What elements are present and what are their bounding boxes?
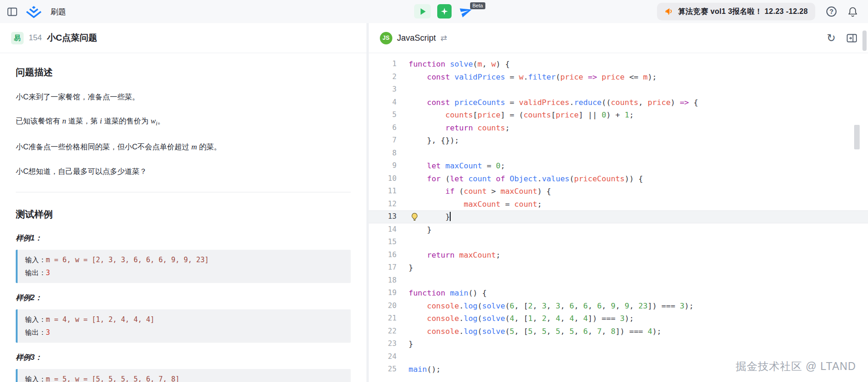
line-number[interactable]: 9: [369, 160, 397, 173]
reset-code-button[interactable]: ↻: [827, 32, 836, 44]
line-number[interactable]: 6: [369, 122, 397, 135]
layout-toggle-button[interactable]: [847, 34, 857, 43]
line-number[interactable]: 22: [369, 325, 397, 338]
code-line[interactable]: 11 if (count > maxCount) {: [369, 185, 868, 198]
code-line[interactable]: 5 counts[price] = (counts[price] || 0) +…: [369, 109, 868, 122]
sidebar-toggle-button[interactable]: [7, 7, 17, 16]
line-number[interactable]: 19: [369, 287, 397, 300]
juejin-logo[interactable]: [25, 6, 43, 18]
code-line-text: }: [409, 338, 868, 351]
sample-output-line: 输出：3: [25, 266, 343, 279]
code-line-text: let maxCount = 0;: [409, 160, 868, 173]
run-button[interactable]: [414, 4, 431, 18]
code-line[interactable]: 22 console.log(solve(5, [5, 5, 5, 5, 6, …: [369, 325, 868, 338]
app: 刷题 Beta 算法竞赛 vol1 3报名啦！ 12.23 -12.28: [0, 0, 868, 382]
code-line-text: console.log(solve(4, [1, 2, 4, 4, 4]) ==…: [409, 312, 868, 325]
code-line[interactable]: 15: [369, 236, 868, 249]
code-line[interactable]: 20 console.log(solve(6, [2, 3, 3, 6, 6, …: [369, 300, 868, 313]
main: 易 154 小C点菜问题 问题描述 小C来到了一家餐馆，准备点一些菜。已知该餐馆…: [0, 23, 868, 382]
line-number[interactable]: 25: [369, 363, 397, 376]
editor-header-actions: ↻: [827, 32, 857, 44]
sample-input-line: 输入：m = 5, w = [5, 5, 5, 5, 6, 7, 8]: [25, 373, 343, 382]
code-line[interactable]: 1function solve(m, w) {: [369, 58, 868, 71]
lightbulb-icon[interactable]: [410, 212, 419, 221]
line-number[interactable]: 15: [369, 236, 397, 249]
help-button[interactable]: ?: [826, 6, 837, 17]
code-line[interactable]: 18: [369, 274, 868, 287]
code-line-text: [409, 236, 868, 249]
line-number[interactable]: 24: [369, 351, 397, 364]
refresh-icon: ↻: [827, 32, 836, 44]
problem-paragraph: 小C准备点一些价格相同的菜，但小C不会点单价超过 m 的菜。: [16, 142, 351, 153]
code-line-text: return counts;: [409, 122, 868, 135]
horn-icon: [664, 7, 674, 16]
code-editor[interactable]: 1function solve(m, w) {2 const validPric…: [369, 53, 868, 382]
code-line[interactable]: 7 }, {});: [369, 134, 868, 147]
topbar-left: 刷题: [7, 6, 66, 18]
sample-box: 输入：m = 6, w = [2, 3, 3, 6, 6, 6, 9, 9, 2…: [16, 250, 351, 283]
code-line-text: [409, 274, 868, 287]
problem-paragraphs: 小C来到了一家餐馆，准备点一些菜。已知该餐馆有 n 道菜，第 i 道菜的售价为 …: [16, 92, 351, 177]
problem-paragraph: 小C来到了一家餐馆，准备点一些菜。: [16, 92, 351, 102]
code-line[interactable]: 23}: [369, 338, 868, 351]
section-divider: [16, 192, 351, 192]
line-number[interactable]: 11: [369, 185, 397, 198]
promo-banner[interactable]: 算法竞赛 vol1 3报名啦！ 12.23 -12.28: [657, 3, 815, 20]
code-line[interactable]: 4 const priceCounts = validPrices.reduce…: [369, 96, 868, 109]
line-number[interactable]: 13: [369, 210, 397, 223]
samples-list: 样例1：输入：m = 6, w = [2, 3, 3, 6, 6, 6, 9, …: [16, 234, 351, 382]
code-line[interactable]: 14 }: [369, 223, 868, 236]
page-scrollbar-thumb[interactable]: [862, 31, 867, 51]
line-number[interactable]: 7: [369, 134, 397, 147]
sample-label: 样例3：: [16, 353, 351, 363]
line-number[interactable]: 4: [369, 96, 397, 109]
language-label: JavaScript: [397, 33, 436, 43]
code-line-text: }, {});: [409, 134, 868, 147]
line-number[interactable]: 17: [369, 261, 397, 274]
sample-label: 样例2：: [16, 293, 351, 303]
javascript-icon: JS: [380, 32, 392, 44]
line-number[interactable]: 10: [369, 173, 397, 185]
brand-label[interactable]: 刷题: [50, 6, 66, 17]
sample-box: 输入：m = 5, w = [5, 5, 5, 5, 6, 7, 8]输出：4: [16, 369, 351, 382]
code-line-text: const validPrices = w.filter(price => pr…: [409, 71, 868, 84]
line-number[interactable]: 12: [369, 198, 397, 211]
topbar-actions: Beta: [414, 4, 474, 18]
code-line[interactable]: 2 const validPrices = w.filter(price => …: [369, 71, 868, 84]
line-number[interactable]: 3: [369, 83, 397, 96]
code-line-text: if (count > maxCount) {: [409, 185, 868, 198]
code-line[interactable]: 8: [369, 147, 868, 160]
samples-heading: 测试样例: [16, 208, 351, 221]
editor-scrollbar-thumb[interactable]: [854, 125, 860, 149]
line-number[interactable]: 2: [369, 71, 397, 84]
code-line[interactable]: 12 maxCount = count;: [369, 198, 868, 211]
line-number[interactable]: 20: [369, 300, 397, 313]
line-number[interactable]: 14: [369, 223, 397, 236]
code-line[interactable]: 13 }: [369, 210, 868, 223]
code-line[interactable]: 9 let maxCount = 0;: [369, 160, 868, 173]
line-number[interactable]: 5: [369, 109, 397, 122]
code-line[interactable]: 21 console.log(solve(4, [1, 2, 4, 4, 4])…: [369, 312, 868, 325]
code-line[interactable]: 6 return counts;: [369, 122, 868, 135]
notifications-button[interactable]: [848, 6, 858, 17]
sample-input-line: 输入：m = 4, w = [1, 2, 4, 4, 4]: [25, 313, 343, 326]
line-number[interactable]: 1: [369, 58, 397, 71]
line-number[interactable]: 8: [369, 147, 397, 160]
code-line[interactable]: 19function main() {: [369, 287, 868, 300]
code-line-text: function solve(m, w) {: [409, 58, 868, 71]
line-number[interactable]: 23: [369, 338, 397, 351]
line-number[interactable]: 16: [369, 249, 397, 262]
line-number[interactable]: 18: [369, 274, 397, 287]
language-selector[interactable]: JS JavaScript ⇄: [380, 32, 447, 44]
code-line-text: return maxCount;: [409, 249, 868, 262]
code-line-text: }: [409, 210, 868, 223]
code-line[interactable]: 3: [369, 83, 868, 96]
test-button[interactable]: [437, 4, 452, 18]
sparkle-icon: [440, 7, 448, 15]
code-line[interactable]: 16 return maxCount;: [369, 249, 868, 262]
line-number[interactable]: 21: [369, 312, 397, 325]
problem-id: 154: [29, 33, 42, 43]
code-line[interactable]: 10 for (let count of Object.values(price…: [369, 173, 868, 185]
code-line-text: }: [409, 261, 868, 274]
code-line[interactable]: 17}: [369, 261, 868, 274]
